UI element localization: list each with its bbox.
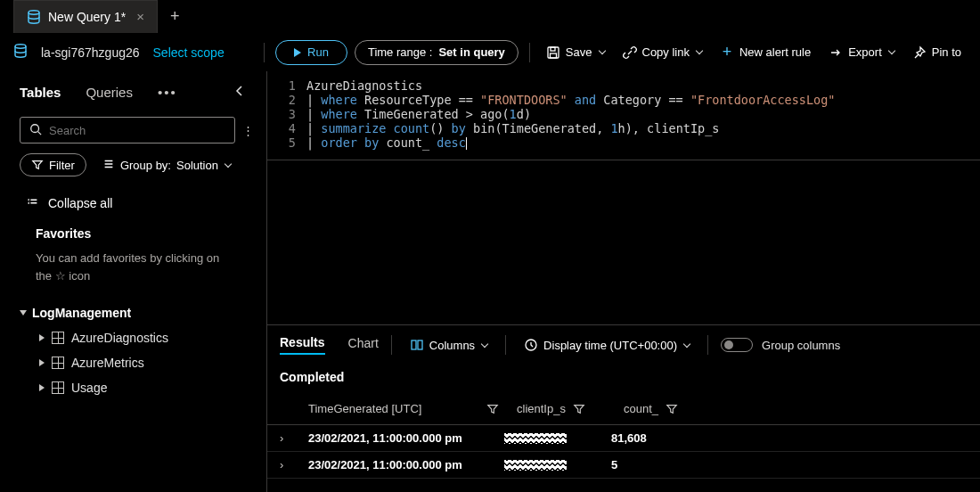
- play-icon: [294, 48, 301, 57]
- grid-row[interactable]: › 23/02/2021, 11:00:00.000 pm 5: [267, 452, 980, 479]
- chevron-right-icon: [39, 384, 45, 391]
- tree-item-label: Usage: [71, 381, 107, 395]
- grid-header: TimeGenerated [UTC] clientIp_s count_: [267, 393, 980, 425]
- chevron-right-icon: [39, 334, 45, 341]
- tree-group-logmanagement[interactable]: LogManagement: [16, 300, 257, 325]
- tab-strip: New Query 1* × +: [0, 0, 980, 33]
- add-tab-button[interactable]: +: [170, 7, 180, 26]
- tab-queries[interactable]: Queries: [86, 85, 133, 100]
- cell-ip-redacted: [504, 433, 567, 444]
- chevron-down-icon: [888, 47, 895, 54]
- filter-button[interactable]: Filter: [20, 153, 86, 176]
- expand-row-icon[interactable]: ›: [280, 458, 308, 472]
- collapse-all-label: Collapse all: [48, 196, 112, 210]
- svg-rect-4: [550, 53, 556, 58]
- results-grid: TimeGenerated [UTC] clientIp_s count_ ›: [267, 393, 980, 492]
- workspace-name: la-sgi767hzgug26: [41, 45, 140, 60]
- tree-item-usage[interactable]: Usage: [16, 375, 257, 400]
- pin-label: Pin to: [932, 45, 961, 59]
- tree-item-label: AzureMetrics: [71, 356, 144, 370]
- chevron-right-icon: [39, 359, 45, 366]
- search-input[interactable]: [20, 117, 235, 144]
- search-icon: [29, 123, 42, 138]
- expand-row-icon[interactable]: ›: [280, 431, 308, 445]
- svg-rect-6: [412, 340, 416, 349]
- filter-label: Filter: [49, 159, 75, 172]
- new-alert-button[interactable]: + New alert rule: [715, 40, 816, 65]
- favorites-empty-text: You can add favorites by clicking on the…: [16, 246, 257, 300]
- code-editor[interactable]: 1 2 3 4 5 AzureDiagnostics| where Resour…: [267, 71, 980, 160]
- table-icon: [52, 332, 64, 344]
- cell-count: 5: [611, 458, 617, 472]
- groupby-button[interactable]: Group by: Solution: [97, 152, 236, 177]
- chevron-down-icon: [20, 310, 27, 316]
- tree-item-label: AzureDiagnostics: [71, 331, 168, 345]
- divider: [707, 335, 708, 355]
- results-status: Completed: [267, 365, 980, 393]
- time-range-label: Time range :: [368, 45, 433, 59]
- tab-title: New Query 1*: [48, 10, 126, 24]
- display-time-button[interactable]: Display time (UTC+00:00): [519, 332, 695, 357]
- column-count[interactable]: count_: [624, 402, 658, 415]
- time-range-button[interactable]: Time range : Set in query: [355, 40, 519, 65]
- chevron-down-icon: [696, 47, 703, 54]
- chevron-down-icon: [683, 340, 690, 347]
- export-button[interactable]: Export: [823, 40, 900, 65]
- divider: [505, 335, 506, 355]
- tree-item-azuremetrics[interactable]: AzureMetrics: [16, 350, 257, 375]
- table-icon: [52, 357, 64, 369]
- filter-icon[interactable]: [573, 403, 585, 415]
- run-button-label: Run: [307, 45, 329, 59]
- save-button[interactable]: Save: [541, 40, 610, 65]
- save-icon: [546, 45, 560, 60]
- svg-point-1: [15, 45, 26, 48]
- pin-icon: [912, 45, 927, 60]
- search-field[interactable]: [49, 124, 225, 137]
- tree-item-azurediagnostics[interactable]: AzureDiagnostics: [16, 325, 257, 350]
- plus-icon: +: [720, 45, 734, 60]
- svg-rect-2: [548, 47, 559, 58]
- columns-icon: [410, 338, 424, 352]
- collapse-all-icon: [27, 195, 39, 210]
- copy-link-label: Copy link: [642, 45, 690, 59]
- code-body[interactable]: AzureDiagnostics| where ResourceType == …: [306, 78, 980, 152]
- column-time[interactable]: TimeGenerated [UTC]: [308, 402, 421, 415]
- database-icon: [27, 10, 41, 24]
- filter-icon[interactable]: [666, 403, 678, 415]
- svg-rect-7: [418, 340, 422, 349]
- tab-chart[interactable]: Chart: [348, 336, 379, 354]
- cell-time: 23/02/2021, 11:00:00.000 pm: [308, 458, 462, 472]
- table-icon: [52, 381, 64, 394]
- divider: [529, 43, 530, 62]
- group-columns-toggle[interactable]: [721, 338, 753, 352]
- svg-point-0: [29, 10, 39, 13]
- editor-spacer: [267, 160, 980, 325]
- line-gutter: 1 2 3 4 5: [267, 78, 306, 152]
- select-scope-link[interactable]: Select scope: [153, 45, 225, 60]
- link-icon: [623, 45, 637, 60]
- more-icon[interactable]: ⋮: [242, 124, 254, 137]
- collapse-sidebar-icon[interactable]: [233, 84, 247, 101]
- column-ip[interactable]: clientIp_s: [517, 402, 566, 415]
- results-panel: Results Chart Columns Display time (UTC+…: [267, 325, 980, 492]
- chevron-down-icon: [225, 160, 232, 167]
- run-button[interactable]: Run: [275, 40, 347, 65]
- collapse-all-button[interactable]: Collapse all: [0, 188, 266, 223]
- time-range-value: Set in query: [438, 45, 504, 59]
- copy-link-button[interactable]: Copy link: [617, 40, 707, 65]
- grid-row[interactable]: › 23/02/2021, 11:00:00.000 pm 81,608: [267, 425, 980, 452]
- tab-tables[interactable]: Tables: [20, 85, 61, 100]
- new-alert-label: New alert rule: [739, 45, 811, 59]
- groupby-icon: [102, 158, 115, 173]
- groupby-label: Group by:: [120, 159, 171, 172]
- filter-icon[interactable]: [486, 403, 499, 415]
- close-icon[interactable]: ×: [136, 9, 144, 24]
- more-icon[interactable]: •••: [158, 85, 177, 100]
- query-tab[interactable]: New Query 1* ×: [13, 0, 158, 33]
- chevron-down-icon: [481, 340, 488, 347]
- divider: [264, 43, 265, 62]
- group-columns-label: Group columns: [762, 339, 840, 352]
- columns-button[interactable]: Columns: [404, 332, 493, 357]
- tab-results[interactable]: Results: [280, 335, 325, 355]
- pin-button[interactable]: Pin to: [907, 40, 967, 65]
